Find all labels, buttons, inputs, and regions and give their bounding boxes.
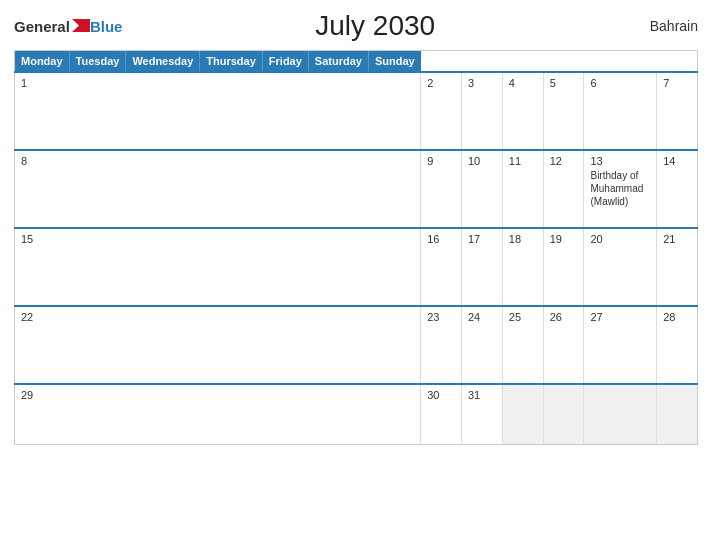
- calendar-cell: 10: [461, 150, 502, 228]
- calendar-table: Monday Tuesday Wednesday Thursday Friday…: [14, 50, 698, 445]
- calendar-header-row: Monday Tuesday Wednesday Thursday Friday…: [15, 51, 421, 71]
- calendar-cell: 19: [543, 228, 584, 306]
- calendar-cell: 18: [502, 228, 543, 306]
- day-number: 1: [21, 77, 414, 89]
- calendar-cell: 7: [657, 72, 698, 150]
- calendar-cell: 2: [421, 72, 462, 150]
- day-number: 28: [663, 311, 691, 323]
- day-number: 2: [427, 77, 455, 89]
- logo: General Blue: [14, 19, 122, 34]
- header-saturday: Saturday: [309, 51, 369, 71]
- header-friday: Friday: [263, 51, 309, 71]
- day-number: 31: [468, 389, 496, 401]
- country-label: Bahrain: [628, 18, 698, 34]
- header-wednesday: Wednesday: [126, 51, 200, 71]
- day-number: 14: [663, 155, 691, 167]
- logo-general-text: General: [14, 19, 70, 34]
- calendar-cell: 3: [461, 72, 502, 150]
- calendar-cell: 12: [543, 150, 584, 228]
- calendar-cell: [657, 384, 698, 444]
- day-number: 13: [590, 155, 650, 167]
- calendar-cell: 16: [421, 228, 462, 306]
- day-number: 6: [590, 77, 650, 89]
- calendar-week-1: 1234567: [15, 72, 698, 150]
- header-monday: Monday: [15, 51, 70, 71]
- calendar-cell: 1: [15, 72, 421, 150]
- calendar-cell: 26: [543, 306, 584, 384]
- day-number: 19: [550, 233, 578, 245]
- calendar-page: General Blue July 2030 Bahrain Monday Tu…: [0, 0, 712, 550]
- calendar-cell: [584, 384, 657, 444]
- day-number: 23: [427, 311, 455, 323]
- day-number: 9: [427, 155, 455, 167]
- calendar-cell: 15: [15, 228, 421, 306]
- calendar-cell: [543, 384, 584, 444]
- header-thursday: Thursday: [200, 51, 263, 71]
- calendar-cell: 4: [502, 72, 543, 150]
- calendar-cell: 5: [543, 72, 584, 150]
- calendar-cell: 31: [461, 384, 502, 444]
- header-tuesday: Tuesday: [70, 51, 127, 71]
- day-number: 25: [509, 311, 537, 323]
- day-number: 21: [663, 233, 691, 245]
- logo-blue-text: Blue: [90, 19, 123, 34]
- day-number: 15: [21, 233, 414, 245]
- calendar-cell: 21: [657, 228, 698, 306]
- day-number: 27: [590, 311, 650, 323]
- header-sunday: Sunday: [369, 51, 421, 71]
- calendar-cell: 29: [15, 384, 421, 444]
- calendar-week-2: 8910111213Birthday of Muhammad (Mawlid)1…: [15, 150, 698, 228]
- calendar-cell: 9: [421, 150, 462, 228]
- day-number: 8: [21, 155, 414, 167]
- calendar-title: July 2030: [122, 10, 628, 42]
- calendar-cell: 30: [421, 384, 462, 444]
- calendar-cell: 24: [461, 306, 502, 384]
- calendar-week-4: 22232425262728: [15, 306, 698, 384]
- day-number: 4: [509, 77, 537, 89]
- day-number: 12: [550, 155, 578, 167]
- day-number: 7: [663, 77, 691, 89]
- calendar-cell: 6: [584, 72, 657, 150]
- calendar-cell: 25: [502, 306, 543, 384]
- calendar-cell: 23: [421, 306, 462, 384]
- calendar-cell: 27: [584, 306, 657, 384]
- calendar-cell: 17: [461, 228, 502, 306]
- calendar-cell: 11: [502, 150, 543, 228]
- calendar-cell: [502, 384, 543, 444]
- flag-icon: [72, 19, 90, 32]
- day-number: 5: [550, 77, 578, 89]
- calendar-cell: 22: [15, 306, 421, 384]
- day-event: Birthday of Muhammad (Mawlid): [590, 169, 650, 208]
- calendar-cell: 8: [15, 150, 421, 228]
- day-number: 11: [509, 155, 537, 167]
- day-number: 20: [590, 233, 650, 245]
- day-number: 18: [509, 233, 537, 245]
- calendar-cell: 28: [657, 306, 698, 384]
- day-number: 22: [21, 311, 414, 323]
- header: General Blue July 2030 Bahrain: [14, 10, 698, 42]
- day-number: 24: [468, 311, 496, 323]
- calendar-cell: 20: [584, 228, 657, 306]
- calendar-week-5: 293031: [15, 384, 698, 444]
- day-number: 30: [427, 389, 455, 401]
- day-number: 29: [21, 389, 414, 401]
- day-number: 16: [427, 233, 455, 245]
- calendar-week-3: 15161718192021: [15, 228, 698, 306]
- calendar-cell: 13Birthday of Muhammad (Mawlid): [584, 150, 657, 228]
- day-number: 17: [468, 233, 496, 245]
- calendar-cell: 14: [657, 150, 698, 228]
- day-number: 10: [468, 155, 496, 167]
- day-number: 3: [468, 77, 496, 89]
- day-number: 26: [550, 311, 578, 323]
